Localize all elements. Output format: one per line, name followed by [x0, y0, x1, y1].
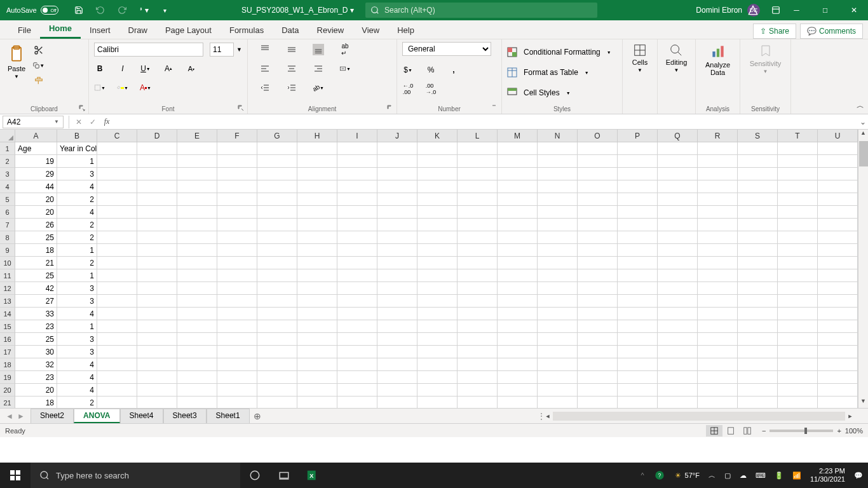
cell[interactable]	[297, 142, 337, 155]
cell[interactable]	[297, 269, 337, 282]
cell[interactable]	[658, 244, 698, 257]
cell[interactable]	[217, 219, 257, 231]
name-box[interactable]: A42▼	[3, 116, 64, 128]
cell[interactable]	[498, 231, 538, 244]
cell[interactable]	[458, 193, 498, 206]
cell[interactable]	[137, 231, 177, 244]
cell[interactable]	[337, 180, 377, 193]
cell[interactable]	[818, 155, 858, 168]
cell[interactable]	[738, 180, 778, 193]
cell[interactable]	[698, 358, 738, 371]
cell[interactable]	[818, 396, 858, 408]
cell[interactable]	[458, 346, 498, 358]
cell[interactable]	[137, 206, 177, 219]
cell[interactable]: 20	[15, 384, 57, 396]
cell[interactable]	[658, 155, 698, 168]
cell[interactable]	[778, 295, 818, 308]
cell[interactable]	[337, 308, 377, 320]
cell[interactable]: 1	[57, 320, 97, 333]
cell[interactable]	[137, 244, 177, 257]
cell[interactable]	[698, 384, 738, 396]
cell[interactable]	[177, 168, 217, 180]
cell[interactable]	[578, 396, 618, 408]
cell[interactable]	[458, 269, 498, 282]
cell[interactable]	[417, 371, 458, 384]
ribbon-display-icon[interactable]	[771, 5, 781, 15]
cell[interactable]	[337, 282, 377, 295]
cell[interactable]	[498, 269, 538, 282]
cell[interactable]	[778, 180, 818, 193]
cell[interactable]	[818, 142, 858, 155]
column-header[interactable]: M	[498, 130, 538, 142]
cell[interactable]	[257, 244, 297, 257]
column-header[interactable]: G	[257, 130, 297, 142]
cell[interactable]	[417, 358, 458, 371]
cell[interactable]	[297, 282, 337, 295]
cell[interactable]	[738, 206, 778, 219]
cell[interactable]	[297, 219, 337, 231]
vertical-scrollbar[interactable]: ▲ ▼	[858, 130, 868, 408]
cell[interactable]	[778, 269, 818, 282]
row-header[interactable]: 12	[0, 282, 15, 295]
cell[interactable]	[658, 396, 698, 408]
cell[interactable]: 23	[15, 320, 57, 333]
cell[interactable]	[417, 206, 458, 219]
cell[interactable]	[177, 257, 217, 269]
cell[interactable]	[297, 346, 337, 358]
cell[interactable]	[698, 346, 738, 358]
cell[interactable]	[257, 358, 297, 371]
cell[interactable]	[618, 231, 658, 244]
cell[interactable]: 3	[57, 333, 97, 346]
cell[interactable]	[217, 193, 257, 206]
cell[interactable]	[337, 155, 377, 168]
cell[interactable]	[177, 155, 217, 168]
cell[interactable]	[458, 168, 498, 180]
cell[interactable]: 29	[15, 168, 57, 180]
onedrive-icon[interactable]: ☁	[740, 471, 747, 480]
cell[interactable]	[97, 155, 137, 168]
cell[interactable]	[137, 371, 177, 384]
cell[interactable]	[417, 244, 458, 257]
column-header[interactable]: T	[778, 130, 818, 142]
align-right-icon[interactable]	[313, 63, 324, 74]
cell[interactable]	[97, 206, 137, 219]
cell[interactable]	[377, 257, 417, 269]
cell[interactable]: 2	[57, 231, 97, 244]
sheet-nav-prev-icon[interactable]: ◄	[5, 412, 14, 421]
number-dialog-icon[interactable]	[491, 104, 499, 112]
cell[interactable]	[738, 282, 778, 295]
cell[interactable]	[578, 308, 618, 320]
cell[interactable]	[578, 282, 618, 295]
cell[interactable]	[297, 257, 337, 269]
cell[interactable]	[738, 257, 778, 269]
cell[interactable]	[97, 333, 137, 346]
cell[interactable]	[97, 193, 137, 206]
help-tray-icon[interactable]: ?	[653, 463, 666, 488]
cell[interactable]	[698, 371, 738, 384]
cell-styles-button[interactable]: Cell Styles ▼	[507, 85, 617, 100]
cell[interactable]	[658, 358, 698, 371]
cell[interactable]	[698, 142, 738, 155]
column-header[interactable]: S	[738, 130, 778, 142]
cell[interactable]: 19	[15, 155, 57, 168]
cell[interactable]	[297, 295, 337, 308]
cell[interactable]	[658, 269, 698, 282]
cell[interactable]	[137, 193, 177, 206]
cell[interactable]: 27	[15, 295, 57, 308]
tab-view[interactable]: View	[353, 22, 388, 39]
cell[interactable]	[618, 269, 658, 282]
cell[interactable]	[417, 219, 458, 231]
cell[interactable]	[417, 333, 458, 346]
cell[interactable]	[417, 308, 458, 320]
row-header[interactable]: 18	[0, 358, 15, 371]
column-header[interactable]: O	[578, 130, 618, 142]
cell[interactable]	[698, 333, 738, 346]
comments-button[interactable]: 💬 Comments	[800, 24, 863, 39]
cell[interactable]	[498, 282, 538, 295]
cell[interactable]	[778, 371, 818, 384]
column-header[interactable]: E	[177, 130, 217, 142]
cell[interactable]	[578, 155, 618, 168]
cell[interactable]	[257, 155, 297, 168]
alignment-dialog-icon[interactable]	[386, 104, 394, 112]
cell[interactable]	[177, 193, 217, 206]
